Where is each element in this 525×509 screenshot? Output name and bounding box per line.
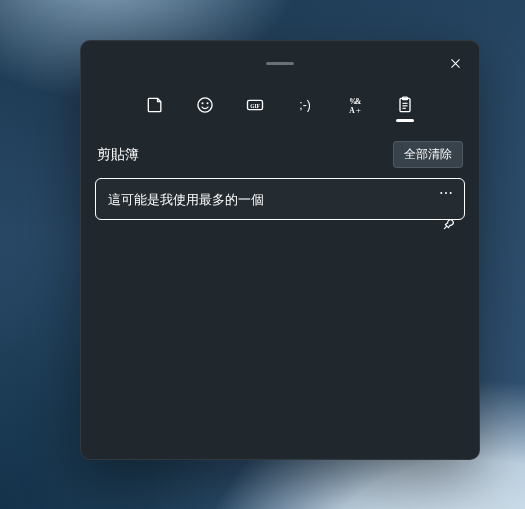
clipboard-item-actions: ⋯ [439,189,454,235]
svg-text:A: A [349,106,355,115]
tab-kaomoji[interactable]: ;-) [291,95,319,125]
tab-symbols[interactable]: % & A + [341,95,369,125]
close-icon [449,57,462,70]
gif-icon: GIF [245,95,265,115]
clipboard-item-text: 這可能是我使用最多的一個 [108,191,452,209]
svg-text:GIF: GIF [250,103,260,109]
kaomoji-icon: ;-) [295,95,315,115]
clipboard-header: 剪貼簿 全部清除 [91,135,469,178]
tab-clipboard[interactable] [391,95,419,125]
drag-handle[interactable] [266,62,294,65]
clear-all-button[interactable]: 全部清除 [393,141,463,168]
svg-text:+: + [356,105,361,115]
tab-recent[interactable] [141,95,169,125]
pin-button[interactable] [435,215,458,238]
tab-gif[interactable]: GIF [241,95,269,125]
more-options-button[interactable]: ⋯ [439,189,454,197]
emoji-icon [195,95,215,115]
close-button[interactable] [445,53,465,73]
emoji-clipboard-panel: GIF ;-) % & A + 剪貼簿 全部清除 [80,40,480,460]
ellipsis-icon: ⋯ [439,185,454,201]
symbols-icon: % & A + [345,95,365,115]
category-tabs: GIF ;-) % & A + [91,81,469,135]
panel-titlebar [91,53,469,73]
clipboard-icon [395,95,415,115]
pin-icon [438,215,458,235]
svg-point-1 [202,102,204,104]
svg-point-2 [207,102,209,104]
clipboard-item[interactable]: 這可能是我使用最多的一個 ⋯ [95,178,465,220]
svg-rect-9 [400,98,410,111]
sticker-icon [145,95,165,115]
tab-emoji[interactable] [191,95,219,125]
section-title: 剪貼簿 [97,146,139,164]
svg-point-0 [198,98,212,112]
